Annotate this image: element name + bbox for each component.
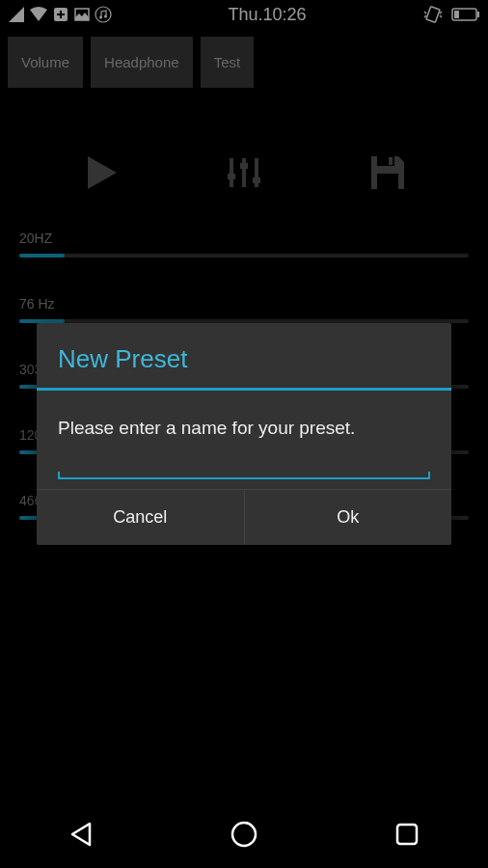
back-button[interactable] bbox=[62, 815, 100, 854]
dialog-title: New Preset bbox=[37, 323, 451, 388]
svg-rect-21 bbox=[397, 825, 417, 844]
svg-point-20 bbox=[232, 823, 256, 846]
ok-button[interactable]: Ok bbox=[244, 490, 452, 545]
recent-button[interactable] bbox=[388, 815, 426, 854]
preset-name-input[interactable] bbox=[58, 470, 430, 479]
home-button[interactable] bbox=[225, 815, 263, 854]
dialog-overlay: New Preset Please enter a name for your … bbox=[0, 0, 488, 868]
cancel-button[interactable]: Cancel bbox=[37, 490, 244, 545]
new-preset-dialog: New Preset Please enter a name for your … bbox=[37, 323, 451, 545]
dialog-body: Please enter a name for your preset. bbox=[37, 391, 451, 452]
navigation-bar bbox=[0, 800, 488, 868]
